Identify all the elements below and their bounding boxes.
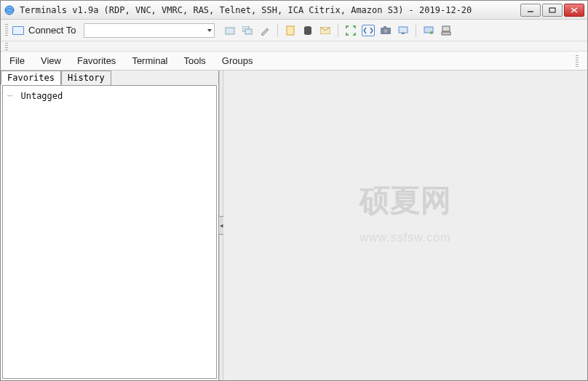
tree-item-untagged[interactable]: Untagged [7, 90, 212, 102]
menu-favorites[interactable]: Favorites [77, 55, 116, 66]
watermark-sub: www.ssfsw.com [359, 231, 450, 244]
toolbar-separator [416, 24, 416, 37]
toolbar-separator [338, 24, 338, 37]
sidebar: Favorites History Untagged [1, 71, 219, 380]
svg-rect-16 [399, 27, 408, 33]
chevron-down-icon [207, 29, 212, 32]
maximize-button[interactable] [542, 4, 563, 17]
code-icon[interactable] [362, 25, 375, 36]
menu-terminal[interactable]: Terminal [132, 55, 167, 66]
connect-toolbar: Connect To [1, 20, 587, 41]
tab-history[interactable]: History [61, 71, 111, 85]
monitor-icon[interactable] [397, 24, 410, 37]
toolbar-separator [277, 24, 278, 37]
toolbar-grip[interactable] [5, 43, 8, 50]
minimize-button[interactable] [520, 4, 541, 17]
window-title: Terminals v1.9a (RDP, VNC, VMRC, RAS, Te… [20, 5, 516, 15]
eyedropper-icon[interactable] [258, 24, 271, 37]
tab-favorites[interactable]: Favorites [1, 71, 61, 85]
svg-point-14 [384, 29, 387, 33]
svg-point-0 [5, 6, 14, 15]
menu-file[interactable]: File [9, 55, 25, 66]
svg-rect-2 [549, 8, 555, 12]
new-window-icon[interactable] [223, 24, 237, 37]
camera-icon[interactable] [379, 24, 392, 37]
mail-icon[interactable] [319, 24, 332, 37]
sidebar-tabs: Favorites History [1, 71, 218, 85]
connect-to-label: Connect To [28, 25, 76, 36]
connect-to-combobox[interactable] [84, 23, 215, 38]
tab-label: History [68, 73, 105, 83]
menu-groups[interactable]: Groups [222, 55, 253, 66]
toolbar-strip [1, 41, 587, 52]
svg-point-11 [304, 32, 311, 35]
workspace: Favorites History Untagged ◂ 硕夏网 www.ssf… [1, 71, 587, 380]
network-monitor-icon[interactable] [422, 24, 435, 37]
window-controls [520, 4, 584, 17]
computer-icon[interactable] [440, 24, 453, 37]
screen-icon [12, 26, 24, 35]
close-button[interactable] [564, 4, 584, 17]
svg-rect-21 [442, 32, 450, 35]
svg-rect-15 [384, 26, 386, 28]
svg-rect-7 [245, 29, 252, 34]
tab-label: Favorites [7, 73, 55, 83]
menu-grip[interactable] [576, 55, 579, 67]
svg-rect-5 [226, 28, 234, 34]
tree-item-label: Untagged [20, 91, 63, 101]
svg-rect-20 [442, 26, 450, 31]
watermark-text: 硕夏网 [359, 180, 451, 221]
titlebar: Terminals v1.9a (RDP, VNC, VMRC, RAS, Te… [1, 1, 587, 20]
svg-rect-17 [402, 33, 405, 34]
toolbar-icons [223, 24, 453, 37]
windows-icon[interactable] [241, 24, 254, 37]
fullscreen-icon[interactable] [344, 24, 357, 37]
app-icon [4, 4, 15, 16]
toolbar-grip[interactable] [5, 24, 8, 37]
database-icon[interactable] [301, 24, 314, 37]
menubar: File View Favorites Terminal Tools Group… [1, 52, 587, 71]
favorites-tree[interactable]: Untagged [2, 85, 217, 379]
content-pane: 硕夏网 www.ssfsw.com [223, 71, 587, 380]
svg-rect-8 [287, 26, 294, 35]
document-icon[interactable] [284, 24, 297, 37]
menu-tools[interactable]: Tools [184, 55, 206, 66]
menu-view[interactable]: View [41, 55, 61, 66]
svg-point-19 [430, 31, 433, 34]
